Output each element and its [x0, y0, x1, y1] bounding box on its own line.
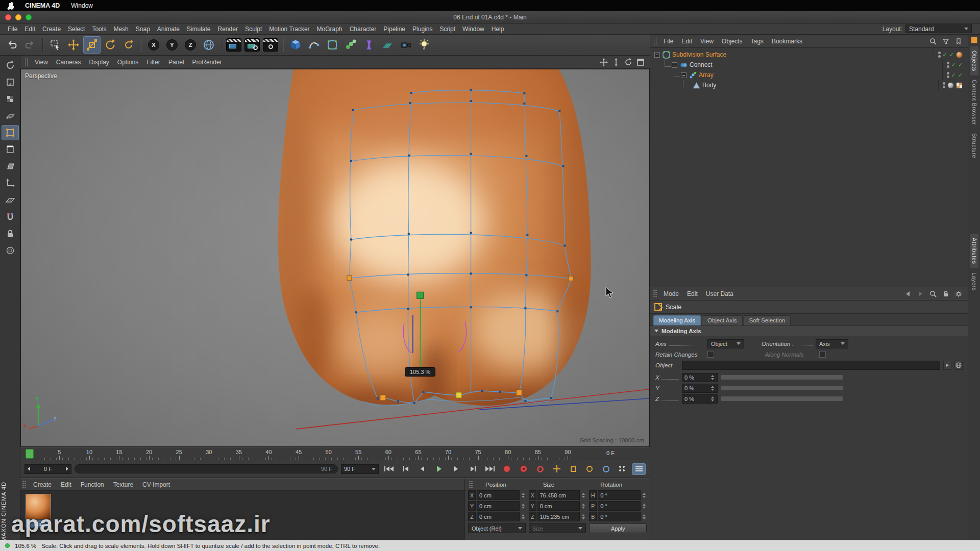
menu-edit[interactable]: Edit [21, 26, 39, 33]
add-subdivision-surface-button[interactable] [324, 36, 341, 54]
y-percent-slider[interactable] [721, 385, 843, 391]
material-menu-edit[interactable]: Edit [56, 481, 76, 488]
record-parameter-toggle[interactable] [599, 463, 612, 475]
ruler-tick[interactable]: 40 [254, 447, 284, 460]
ruler-tick[interactable]: 80 [493, 447, 523, 460]
filter-icon[interactable] [941, 37, 951, 46]
enable-check-icon[interactable]: ✓ [951, 72, 956, 78]
scale-handle[interactable] [417, 292, 424, 298]
panel-grip[interactable] [22, 481, 27, 489]
enable-check-icon[interactable]: ✓ [949, 52, 954, 58]
viewport-menu-filter[interactable]: Filter [142, 59, 164, 66]
side-tab-attributes[interactable]: Attributes [970, 234, 978, 268]
ruler-tick[interactable]: 35 [224, 447, 254, 460]
rotation-b-field[interactable]: 0 ° [598, 512, 641, 521]
expander-icon[interactable] [672, 62, 677, 68]
ruler-tick[interactable]: 60 [374, 447, 404, 460]
axis-dropdown[interactable]: Object [707, 339, 744, 348]
close-button[interactable] [5, 14, 11, 20]
phong-tag-icon[interactable] [947, 82, 954, 89]
menu-motion-tracker[interactable]: Motion Tracker [265, 26, 313, 33]
scale-tool[interactable] [83, 36, 101, 54]
menu-help[interactable]: Help [488, 26, 508, 33]
selected-point-yellow[interactable] [456, 392, 462, 398]
keyframe-selection-button[interactable] [533, 463, 547, 475]
object-row-connect[interactable]: Connect ✓ ✓ [650, 60, 968, 70]
uvw-tag-icon[interactable] [956, 82, 963, 89]
side-tab-layers[interactable]: Layers [970, 268, 978, 295]
x-percent-slider[interactable] [721, 374, 843, 380]
ruler-tick[interactable]: 55 [344, 447, 374, 460]
macos-menu-window[interactable]: Window [71, 2, 93, 9]
y-axis-lock-button[interactable]: Y [163, 36, 181, 54]
side-tab-structure[interactable]: Structure [970, 129, 978, 162]
ruler-tick[interactable]: 30 [194, 447, 224, 460]
menu-file[interactable]: File [4, 26, 21, 33]
stepper[interactable] [581, 501, 586, 511]
position-y-field[interactable]: 0 cm [477, 501, 520, 511]
preview-range-bar[interactable]: 90 F [75, 464, 338, 473]
tab-soft-selection[interactable]: Soft Selection [744, 315, 791, 325]
expander-icon[interactable] [654, 52, 660, 58]
om-menu-file[interactable]: File [659, 38, 677, 45]
add-light-button[interactable] [415, 36, 433, 54]
ruler-tick[interactable]: 65 [403, 447, 433, 460]
stepper[interactable] [642, 501, 647, 511]
viewport-pan-icon[interactable] [599, 58, 609, 67]
position-x-field[interactable]: 0 cm [477, 490, 520, 500]
stepper[interactable] [642, 490, 647, 500]
ruler-tick[interactable]: 45 [284, 447, 314, 460]
viewport-menu-view[interactable]: View [31, 59, 52, 66]
goto-end-button[interactable] [483, 463, 497, 475]
record-scale-toggle[interactable] [567, 463, 580, 475]
along-normals-checkbox[interactable] [819, 351, 826, 358]
visibility-dots[interactable] [938, 52, 941, 58]
enable-check-icon[interactable]: ✓ [958, 72, 963, 78]
apply-button[interactable]: Apply [589, 523, 647, 533]
position-z-field[interactable]: 0 cm [477, 512, 520, 521]
move-tool[interactable] [65, 36, 82, 54]
timeline-ruler[interactable]: 5 10 15 20 25 30 35 40 45 50 55 60 65 70 [20, 447, 650, 460]
menu-mesh[interactable]: Mesh [110, 26, 132, 33]
size-x-field[interactable]: 76.458 cm [537, 490, 580, 500]
make-editable-icon[interactable] [2, 58, 19, 73]
ruler-tick[interactable]: 85 [523, 447, 553, 460]
viewport-menu-prorender[interactable]: ProRender [188, 59, 226, 66]
menu-mograph[interactable]: MoGraph [313, 26, 346, 33]
layout-dropdown[interactable]: Standard [905, 24, 972, 33]
object-link-field[interactable] [682, 361, 940, 370]
menu-render[interactable]: Render [214, 26, 241, 33]
add-environment-button[interactable] [379, 36, 396, 54]
enable-check-icon[interactable]: ✓ [958, 62, 963, 68]
minimize-button[interactable] [15, 14, 21, 20]
texture-tag-icon[interactable] [956, 52, 963, 58]
material-menu-function[interactable]: Function [76, 481, 109, 488]
texture-mode-icon[interactable] [2, 91, 19, 107]
history-back-icon[interactable] [902, 289, 913, 298]
viewport-filter-icon[interactable] [2, 243, 19, 258]
model-mode-icon[interactable] [2, 74, 19, 90]
record-pla-toggle[interactable] [616, 463, 629, 475]
record-rotation-toggle[interactable] [583, 463, 596, 475]
x-percent-field[interactable]: 0 % [682, 373, 718, 382]
om-menu-edit[interactable]: Edit [677, 38, 696, 45]
orientation-dropdown[interactable]: Axis [816, 339, 848, 348]
edges-mode-icon[interactable] [2, 142, 19, 157]
visibility-dots[interactable] [947, 62, 949, 68]
autokey-button[interactable] [517, 463, 530, 475]
object-picker-button[interactable] [943, 361, 951, 370]
add-cube-button[interactable] [287, 36, 304, 54]
ruler-tick[interactable]: 25 [164, 447, 194, 460]
add-mograph-button[interactable] [342, 36, 359, 54]
x-axis-lock-button[interactable]: X [145, 36, 162, 54]
object-label[interactable]: Subdivision Surface [672, 51, 726, 58]
viewport-menu-options[interactable]: Options [113, 59, 142, 66]
om-menu-view[interactable]: View [696, 38, 718, 45]
stepper[interactable] [521, 512, 526, 521]
camera-label[interactable]: Perspective [25, 72, 57, 80]
material-menu-texture[interactable]: Texture [109, 481, 138, 488]
size-z-field[interactable]: 105.235 cm [537, 512, 580, 521]
snap-icon[interactable] [2, 209, 19, 224]
axis-mode-icon[interactable] [2, 176, 19, 191]
viewport-menu-panel[interactable]: Panel [164, 59, 188, 66]
